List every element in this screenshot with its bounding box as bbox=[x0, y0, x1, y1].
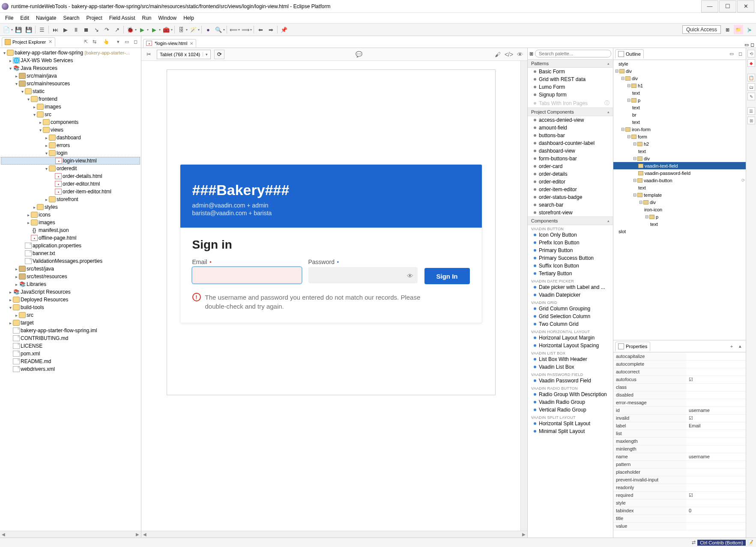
components-header[interactable]: Components▴ bbox=[528, 216, 613, 225]
collapse-properties-button[interactable]: ▴ bbox=[736, 343, 744, 350]
component-item[interactable]: Grid Column Grouping bbox=[528, 305, 613, 313]
email-field[interactable] bbox=[192, 267, 302, 283]
quick-access[interactable]: Quick Access bbox=[682, 25, 721, 34]
component-item[interactable]: Horizontal Layout Spacing bbox=[528, 342, 613, 349]
project-explorer-tab[interactable]: Project Explorer ✕ bbox=[2, 37, 55, 47]
palette-search[interactable] bbox=[535, 50, 611, 57]
save-button[interactable]: 💾 bbox=[14, 25, 23, 34]
open-perspective-button[interactable]: ⊞ bbox=[723, 25, 732, 34]
outline-tab[interactable]: Outline bbox=[615, 49, 644, 59]
maximize-editor-button[interactable]: ◻ bbox=[750, 42, 754, 48]
add-property-button[interactable]: + bbox=[728, 343, 735, 350]
back-button[interactable]: ⬅ bbox=[256, 25, 265, 34]
restore-view-button[interactable]: ⟲ bbox=[747, 50, 755, 57]
component-item[interactable]: Grid Selection Column bbox=[528, 313, 613, 320]
device-select[interactable]: Tablet (768 x 1024) ▾ bbox=[157, 50, 211, 59]
stepover-button[interactable]: ↷ bbox=[102, 25, 111, 34]
component-item[interactable]: order-details bbox=[528, 170, 613, 178]
canvas-vscroll[interactable] bbox=[520, 61, 527, 531]
canvas-hscroll[interactable]: ◀▶ bbox=[141, 531, 527, 538]
view-shortcut-5[interactable]: ☰ bbox=[747, 107, 755, 115]
password-field[interactable] bbox=[308, 267, 418, 283]
run-button[interactable]: ▶ bbox=[137, 25, 147, 34]
externaltools-button[interactable]: 🧰 bbox=[161, 25, 171, 34]
coverage-button[interactable]: ▶ bbox=[149, 25, 159, 34]
resource-perspective-button[interactable]: 📁 bbox=[734, 25, 743, 34]
project-tree[interactable]: ▾bakery-app-starter-flow-spring [bakery-… bbox=[0, 48, 141, 531]
forward-button[interactable]: ➡ bbox=[266, 25, 275, 34]
stop-button[interactable]: ● bbox=[203, 25, 213, 34]
component-item[interactable]: Icon Only Button bbox=[528, 231, 613, 239]
toggle-breadcrumb-button[interactable]: ☰ bbox=[37, 25, 47, 34]
close-button[interactable]: ✕ bbox=[737, 0, 754, 12]
menu-fieldassist[interactable]: Field Assist bbox=[106, 14, 139, 22]
menu-help[interactable]: Help bbox=[180, 14, 197, 22]
component-item[interactable]: order-editor bbox=[528, 178, 613, 186]
pin-button[interactable]: 📌 bbox=[279, 25, 289, 34]
collapse-all-button[interactable]: ⇱ bbox=[82, 38, 90, 46]
component-item[interactable]: Primary Button bbox=[528, 246, 613, 254]
switcher-icon[interactable]: ⇄ bbox=[692, 540, 696, 545]
minimize-editor-button[interactable]: ▭ bbox=[744, 42, 749, 48]
outline-tree[interactable]: style ⊟div ⊟div ⊟h1 text ⊟p text br text… bbox=[613, 60, 746, 340]
component-item[interactable]: order-item-editor bbox=[528, 186, 613, 193]
component-item[interactable]: Tertiary Button bbox=[528, 270, 613, 277]
next-annotation-button[interactable]: ⟹ bbox=[241, 25, 250, 34]
view-shortcut-4[interactable]: ✎ bbox=[747, 93, 755, 100]
component-item[interactable]: Two Column Grid bbox=[528, 320, 613, 328]
component-item[interactable]: Vaadin Password Field bbox=[528, 377, 613, 385]
component-item[interactable]: search-bar bbox=[528, 201, 613, 209]
component-item[interactable]: Radio Group With Description bbox=[528, 391, 613, 398]
view-shortcut-2[interactable]: 📋 bbox=[747, 74, 755, 81]
properties-tab[interactable]: Properties bbox=[615, 342, 650, 351]
maximize-outline-button[interactable]: ◻ bbox=[736, 50, 744, 58]
menu-navigate[interactable]: Navigate bbox=[33, 14, 60, 22]
menu-run[interactable]: Run bbox=[138, 14, 155, 22]
patterns-header[interactable]: Patterns▴ bbox=[528, 59, 613, 68]
component-item[interactable]: storefront-view bbox=[528, 209, 613, 216]
pattern-item[interactable]: Lumo Form bbox=[528, 83, 613, 91]
newserver-button[interactable]: 🗄 bbox=[176, 25, 186, 34]
search2-button[interactable]: 🔍 bbox=[214, 25, 223, 34]
maximize-button[interactable]: ☐ bbox=[719, 0, 736, 12]
component-item[interactable]: form-buttons-bar bbox=[528, 155, 613, 162]
component-item[interactable]: dashboard-counter-label bbox=[528, 139, 613, 147]
clip-button[interactable]: ✂ bbox=[144, 50, 153, 59]
close-tab-icon[interactable]: ✕ bbox=[190, 41, 193, 46]
component-item[interactable]: Horizonal Layout Margin bbox=[528, 334, 613, 342]
info-icon[interactable]: ⓘ bbox=[604, 99, 610, 107]
project-components-header[interactable]: Project Components▴ bbox=[528, 108, 613, 116]
component-item[interactable]: Prefix Icon Button bbox=[528, 239, 613, 246]
focus-button[interactable]: 👆 bbox=[102, 38, 110, 46]
new-button[interactable]: 📄 bbox=[2, 25, 11, 34]
status-menu-icon[interactable]: 📝 bbox=[747, 540, 753, 545]
view-shortcut-6[interactable]: ⊞ bbox=[747, 117, 755, 124]
menu-search[interactable]: Search bbox=[60, 14, 83, 22]
component-item[interactable]: dashboard-view bbox=[528, 147, 613, 155]
menu-project[interactable]: Project bbox=[83, 14, 105, 22]
component-item[interactable]: Vaadin Radio Group bbox=[528, 398, 613, 406]
view-menu-button[interactable]: ▾ bbox=[114, 38, 122, 46]
prev-annotation-button[interactable]: ⟸ bbox=[229, 25, 238, 34]
minimize-outline-button[interactable]: ▭ bbox=[728, 50, 735, 58]
saveall-button[interactable]: 💾 bbox=[24, 25, 33, 34]
rotate-button[interactable]: ⟳ bbox=[214, 50, 224, 59]
stepinto-button[interactable]: ↘ bbox=[92, 25, 101, 34]
component-item[interactable]: Horizontal Split Layout bbox=[528, 420, 613, 427]
vaadin-perspective-button[interactable]: }▸ bbox=[745, 25, 754, 34]
design-canvas[interactable]: ###Bakery### admin@vaadin.com + admin ba… bbox=[141, 61, 520, 531]
menu-file[interactable]: File bbox=[2, 14, 17, 22]
minimize-button[interactable]: — bbox=[701, 0, 718, 12]
component-item[interactable]: Vaadin Datepicker bbox=[528, 291, 613, 299]
skip-button[interactable]: ⏭ bbox=[51, 25, 60, 34]
debug-button[interactable]: 🐞 bbox=[126, 25, 135, 34]
signin-button[interactable]: Sign In bbox=[424, 268, 470, 284]
component-item[interactable]: order-status-badge bbox=[528, 193, 613, 201]
component-item[interactable]: order-card bbox=[528, 162, 613, 170]
explorer-hscroll[interactable]: ◀▶ bbox=[0, 531, 141, 538]
minimize-view-button[interactable]: ▭ bbox=[123, 38, 131, 46]
component-item[interactable]: Vertical Radio Group bbox=[528, 406, 613, 414]
suspend-button[interactable]: ⏸ bbox=[71, 25, 81, 34]
properties-table[interactable]: autocapitalize autocomplete autocorrect … bbox=[613, 352, 746, 538]
component-item[interactable]: Vaadin List Box bbox=[528, 363, 613, 371]
